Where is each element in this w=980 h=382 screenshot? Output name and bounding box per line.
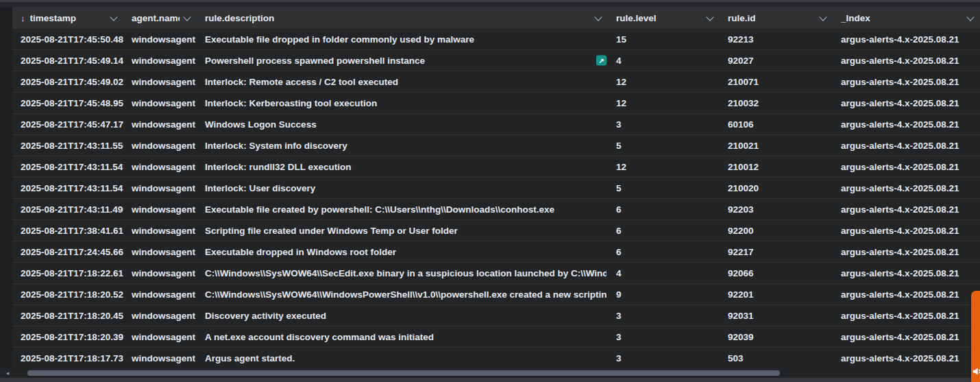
cell-rule-id[interactable]: 92031 — [720, 305, 833, 326]
table-row[interactable]: 2025-08-21T17:18:20.456+00:00 windowsage… — [12, 305, 980, 326]
cell-rule-id[interactable]: 210021 — [720, 135, 833, 156]
cell-index[interactable]: argus-alerts-4.x-2025.08.21 — [833, 93, 980, 113]
table-row[interactable]: 2025-08-21T17:43:11.547+00:00 windowsage… — [12, 178, 980, 199]
cell-index[interactable]: argus-alerts-4.x-2025.08.21 — [833, 305, 980, 326]
cell-rule-level[interactable]: 4 — [608, 263, 720, 283]
scrollbar-track[interactable] — [15, 370, 980, 376]
cell-rule-id[interactable]: 210071 — [720, 71, 833, 92]
cell-rule-level[interactable]: 3 — [608, 305, 720, 326]
cell-agent-name[interactable]: windowsagent — [123, 71, 197, 92]
cell-timestamp[interactable]: 2025-08-21T17:18:20.399+00:00 — [12, 326, 123, 347]
cell-rule-id[interactable]: 92217 — [720, 241, 833, 262]
table-row[interactable]: 2025-08-21T17:45:47.171+00:00 windowsage… — [12, 114, 980, 135]
cell-rule-level[interactable]: 9 — [608, 284, 720, 305]
chevron-down-icon[interactable] — [594, 13, 602, 21]
cell-index[interactable]: argus-alerts-4.x-2025.08.21 — [833, 220, 980, 241]
cell-agent-name[interactable]: windowsagent — [123, 284, 197, 305]
cell-rule-description[interactable]: C:\\Windows\\SysWOW64\\SecEdit.exe binar… — [197, 263, 608, 283]
column-header-agent-name[interactable]: agent.name — [123, 7, 197, 29]
cell-index[interactable]: argus-alerts-4.x-2025.08.21 — [833, 326, 980, 347]
cell-agent-name[interactable]: windowsagent — [123, 178, 197, 198]
cell-timestamp[interactable]: 2025-08-21T17:18:17.730+00:00 — [12, 348, 123, 368]
table-row[interactable]: 2025-08-21T17:38:41.611+00:00 windowsage… — [12, 220, 980, 241]
cell-timestamp[interactable]: 2025-08-21T17:45:49.023+00:00 — [12, 71, 123, 92]
feedback-tab[interactable] — [971, 291, 980, 382]
cell-rule-description[interactable]: Executable file dropped in folder common… — [197, 29, 608, 49]
cell-rule-level[interactable]: 12 — [608, 93, 720, 113]
table-row[interactable]: 2025-08-21T17:18:17.730+00:00 windowsage… — [12, 348, 980, 369]
cell-agent-name[interactable]: windowsagent — [123, 50, 197, 71]
cell-rule-level[interactable]: 6 — [608, 199, 720, 219]
cell-rule-description[interactable]: Discovery activity executed — [197, 305, 608, 326]
cell-agent-name[interactable]: windowsagent — [123, 326, 197, 347]
cell-rule-description[interactable]: Interlock: System info discovery — [197, 135, 608, 156]
cell-timestamp[interactable]: 2025-08-21T17:45:50.488+00:00 — [12, 29, 123, 49]
table-row[interactable]: 2025-08-21T17:18:22.610+00:00 windowsage… — [12, 263, 980, 284]
cell-timestamp[interactable]: 2025-08-21T17:43:11.556+00:00 — [12, 135, 123, 156]
column-header-rule-description[interactable]: rule.description — [197, 7, 608, 29]
cell-rule-id[interactable]: 92066 — [720, 263, 833, 283]
cell-rule-level[interactable]: 3 — [608, 326, 720, 347]
cell-rule-description[interactable]: Executable dropped in Windows root folde… — [197, 241, 608, 262]
chevron-down-icon[interactable] — [966, 13, 974, 21]
cell-agent-name[interactable]: windowsagent — [123, 114, 197, 134]
cell-agent-name[interactable]: windowsagent — [123, 263, 197, 283]
chevron-down-icon[interactable] — [819, 13, 826, 21]
cell-index[interactable]: argus-alerts-4.x-2025.08.21 — [833, 114, 980, 134]
cell-rule-id[interactable]: 503 — [720, 348, 833, 368]
cell-timestamp[interactable]: 2025-08-21T17:24:45.660+00:00 — [12, 241, 123, 262]
cell-timestamp[interactable]: 2025-08-21T17:45:49.145+00:00 — [12, 50, 123, 71]
table-row[interactable]: 2025-08-21T17:45:49.023+00:00 windowsage… — [12, 71, 980, 93]
column-header-timestamp[interactable]: ↓ timestamp — [12, 7, 123, 29]
chevron-down-icon[interactable] — [706, 13, 713, 21]
cell-timestamp[interactable]: 2025-08-21T17:38:41.611+00:00 — [12, 220, 123, 241]
table-row[interactable]: 2025-08-21T17:45:48.957+00:00 windowsage… — [12, 93, 980, 114]
cell-rule-description[interactable]: Argus agent started. — [197, 348, 608, 368]
chevron-down-icon[interactable] — [183, 13, 191, 21]
cell-index[interactable]: argus-alerts-4.x-2025.08.21 — [833, 199, 980, 219]
cell-rule-description[interactable]: Interlock: rundll32 DLL execution — [197, 156, 608, 177]
cell-rule-id[interactable]: 92027 — [720, 50, 833, 71]
scrollbar-thumb[interactable] — [27, 370, 780, 376]
cell-index[interactable]: argus-alerts-4.x-2025.08.21 — [833, 71, 980, 92]
cell-rule-level[interactable]: 5 — [608, 135, 720, 156]
cell-rule-description[interactable]: Executable file created by powershell: C… — [197, 199, 608, 219]
cell-rule-id[interactable]: 92039 — [720, 326, 833, 347]
table-row[interactable]: 2025-08-21T17:43:11.556+00:00 windowsage… — [12, 135, 980, 156]
cell-timestamp[interactable]: 2025-08-21T17:18:22.610+00:00 — [12, 263, 123, 283]
cell-rule-level[interactable]: 6 — [608, 241, 720, 262]
cell-agent-name[interactable]: windowsagent — [123, 156, 197, 177]
cell-agent-name[interactable]: windowsagent — [123, 199, 197, 219]
table-row[interactable]: 2025-08-21T17:18:20.525+00:00 windowsage… — [12, 284, 980, 305]
table-row[interactable]: 2025-08-21T17:43:11.547+00:00 windowsage… — [12, 156, 980, 178]
cell-rule-id[interactable]: 92203 — [720, 199, 833, 219]
cell-rule-level[interactable]: 3 — [608, 114, 720, 134]
cell-rule-id[interactable]: 92213 — [720, 29, 833, 49]
horizontal-scrollbar[interactable]: ◂ — [0, 368, 980, 378]
cell-timestamp[interactable]: 2025-08-21T17:43:11.547+00:00 — [12, 178, 123, 198]
cell-rule-id[interactable]: 60106 — [720, 114, 833, 134]
cell-rule-level[interactable]: 15 — [608, 29, 720, 49]
cell-agent-name[interactable]: windowsagent — [123, 305, 197, 326]
cell-rule-description[interactable]: Scripting file created under Windows Tem… — [197, 220, 608, 241]
cell-agent-name[interactable]: windowsagent — [123, 135, 197, 156]
cell-rule-description[interactable]: C:\\Windows\\SysWOW64\\WindowsPowerShell… — [197, 284, 608, 305]
cell-rule-description[interactable]: Interlock: User discovery — [197, 178, 608, 198]
cell-rule-description[interactable]: Powershell process spawned powershell in… — [197, 50, 608, 71]
cell-agent-name[interactable]: windowsagent — [123, 348, 197, 368]
cell-index[interactable]: argus-alerts-4.x-2025.08.21 — [833, 135, 980, 156]
scroll-left-arrow-icon[interactable]: ◂ — [0, 370, 15, 377]
cell-rule-level[interactable]: 12 — [608, 156, 720, 177]
cell-index[interactable]: argus-alerts-4.x-2025.08.21 — [833, 348, 980, 368]
cell-rule-level[interactable]: 5 — [608, 178, 720, 198]
cell-rule-id[interactable]: 92201 — [720, 284, 833, 305]
cell-rule-description[interactable]: A net.exe account discovery command was … — [197, 326, 608, 347]
table-row[interactable]: 2025-08-21T17:43:11.490+00:00 windowsage… — [12, 199, 980, 220]
cell-rule-level[interactable]: 6 — [608, 220, 720, 241]
cell-rule-level[interactable]: 3 — [608, 348, 720, 368]
cell-agent-name[interactable]: windowsagent — [123, 220, 197, 241]
cell-rule-description[interactable]: Interlock: Remote access / C2 tool execu… — [197, 71, 608, 92]
cell-agent-name[interactable]: windowsagent — [123, 29, 197, 49]
cell-index[interactable]: argus-alerts-4.x-2025.08.21 — [833, 156, 980, 177]
cell-rule-level[interactable]: 12 — [608, 71, 720, 92]
